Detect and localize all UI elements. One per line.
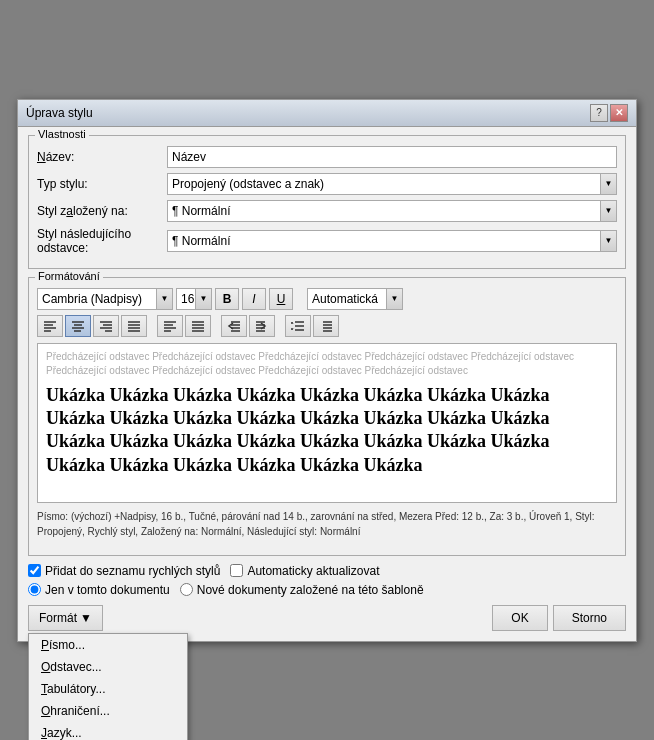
align-left-btn[interactable] (37, 315, 63, 337)
format-wrapper: Formát ▼ Písmo... Odstavec... Tabulátory… (28, 605, 103, 631)
styl-nasledujiciho-row: Styl následujícího odstavce: ¶ Normální … (37, 227, 617, 255)
nazev-label: Název: (37, 150, 167, 164)
jen-radio-item[interactable]: Jen v tomto dokumentu (28, 583, 170, 597)
nazev-row: Název: (37, 146, 617, 168)
size-value: 16 (177, 292, 195, 306)
radio-row: Jen v tomto dokumentu Nové dokumenty zal… (28, 583, 626, 597)
typ-stylu-arrow: ▼ (600, 174, 616, 194)
preview-sample-text: Ukázka Ukázka Ukázka Ukázka Ukázka Ukázk… (38, 382, 616, 480)
vlastnosti-group-label: Vlastnosti (35, 128, 89, 140)
dialog: Úprava stylu ? ✕ Vlastnosti Název: Typ s… (17, 99, 637, 642)
close-button[interactable]: ✕ (610, 104, 628, 122)
formatovani-group-label: Formátování (35, 270, 103, 282)
italic-button[interactable]: I (242, 288, 266, 310)
align-right-btn[interactable] (93, 315, 119, 337)
styl-nasledujiciho-value: ¶ Normální (168, 234, 600, 248)
typ-stylu-value: Propojený (odstavec a znak) (168, 177, 600, 191)
color-value: Automatická (308, 292, 386, 306)
pridat-label: Přidat do seznamu rychlých stylů (45, 564, 220, 578)
font-arrow: ▼ (156, 289, 172, 309)
styl-nasledujiciho-arrow: ▼ (600, 231, 616, 251)
jen-radio[interactable] (28, 583, 41, 596)
checkbox-row: Přidat do seznamu rychlých stylů Automat… (28, 564, 626, 578)
color-select[interactable]: Automatická ▼ (307, 288, 403, 310)
format-menu-odstavec[interactable]: Odstavec... (29, 656, 187, 678)
action-buttons: OK Storno (492, 605, 626, 631)
preview-prev-text: Předcházející odstavec Předcházející ods… (38, 344, 616, 382)
styl-zalozeny-row: Styl založený na: ¶ Normální ▼ (37, 200, 617, 222)
bold-button[interactable]: B (215, 288, 239, 310)
font-row: Cambria (Nadpisy) ▼ 16 ▼ B I U Automatic… (37, 288, 617, 310)
typ-stylu-row: Typ stylu: Propojený (odstavec a znak) ▼ (37, 173, 617, 195)
format-button[interactable]: Formát ▼ (28, 605, 103, 631)
align-justify-btn[interactable] (121, 315, 147, 337)
font-select[interactable]: Cambria (Nadpisy) ▼ (37, 288, 173, 310)
dialog-body: Vlastnosti Název: Typ stylu: Propojený (… (18, 127, 636, 641)
styl-zalozeny-value: ¶ Normální (168, 204, 600, 218)
color-arrow: ▼ (386, 289, 402, 309)
size-arrow: ▼ (195, 289, 211, 309)
nazev-input[interactable] (167, 146, 617, 168)
pridat-checkbox-item[interactable]: Přidat do seznamu rychlých stylů (28, 564, 220, 578)
format-dropdown-menu: Písmo... Odstavec... Tabulátory... Ohran… (28, 633, 188, 741)
line-spacing-btn[interactable] (285, 315, 311, 337)
format-menu-tabulatory[interactable]: Tabulátory... (29, 678, 187, 700)
aktualizovat-label: Automaticky aktualizovat (247, 564, 379, 578)
format-menu-jazyk[interactable]: Jazyk... (29, 722, 187, 741)
formatovani-group: Formátování Cambria (Nadpisy) ▼ 16 ▼ B I… (28, 277, 626, 556)
styl-zalozeny-arrow: ▼ (600, 201, 616, 221)
styl-zalozeny-select[interactable]: ¶ Normální ▼ (167, 200, 617, 222)
help-button[interactable]: ? (590, 104, 608, 122)
format-menu-pismo[interactable]: Písmo... (29, 634, 187, 656)
desc-box: Písmo: (výchozí) +Nadpisy, 16 b., Tučné,… (37, 509, 617, 539)
line-spacing2-btn[interactable] (313, 315, 339, 337)
format-label: Formát (39, 611, 77, 625)
ok-button[interactable]: OK (492, 605, 547, 631)
pridat-checkbox[interactable] (28, 564, 41, 577)
typ-stylu-select[interactable]: Propojený (odstavec a znak) ▼ (167, 173, 617, 195)
align-btn5[interactable] (157, 315, 183, 337)
nove-radio-item[interactable]: Nové dokumenty založené na této šabloně (180, 583, 424, 597)
jen-label: Jen v tomto dokumentu (45, 583, 170, 597)
styl-zalozeny-label: Styl založený na: (37, 204, 167, 218)
bottom-row: Formát ▼ Písmo... Odstavec... Tabulátory… (28, 605, 626, 631)
dialog-title: Úprava stylu (26, 106, 93, 120)
indent-decrease-btn[interactable] (221, 315, 247, 337)
styl-nasledujiciho-label: Styl následujícího odstavce: (37, 227, 167, 255)
vlastnosti-group: Vlastnosti Název: Typ stylu: Propojený (… (28, 135, 626, 269)
align-row (37, 315, 617, 337)
align-center-btn[interactable] (65, 315, 91, 337)
preview-box: Předcházející odstavec Předcházející ods… (37, 343, 617, 503)
format-menu-ohraniceni[interactable]: Ohraničení... (29, 700, 187, 722)
aktualizovat-checkbox[interactable] (230, 564, 243, 577)
styl-nasledujiciho-select[interactable]: ¶ Normální ▼ (167, 230, 617, 252)
title-bar: Úprava stylu ? ✕ (18, 100, 636, 127)
size-select[interactable]: 16 ▼ (176, 288, 212, 310)
format-arrow-icon: ▼ (80, 611, 92, 625)
storno-button[interactable]: Storno (553, 605, 626, 631)
nove-radio[interactable] (180, 583, 193, 596)
font-value: Cambria (Nadpisy) (38, 292, 156, 306)
underline-button[interactable]: U (269, 288, 293, 310)
aktualizovat-checkbox-item[interactable]: Automaticky aktualizovat (230, 564, 379, 578)
align-btn6[interactable] (185, 315, 211, 337)
typ-stylu-label: Typ stylu: (37, 177, 167, 191)
nove-label: Nové dokumenty založené na této šabloně (197, 583, 424, 597)
title-bar-buttons: ? ✕ (590, 104, 628, 122)
indent-increase-btn[interactable] (249, 315, 275, 337)
